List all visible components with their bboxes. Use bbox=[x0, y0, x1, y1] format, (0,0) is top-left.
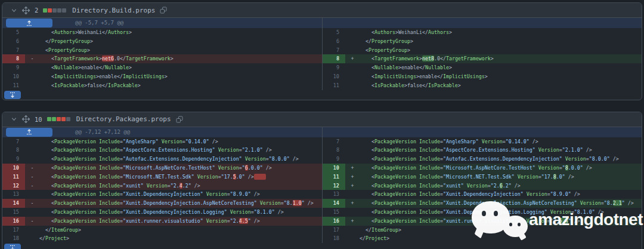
diff-row-right: 11+ <PackageVersion Include="Microsoft.N… bbox=[322, 173, 642, 182]
diff-row-right: 13 <PackageVersion Include="Xunit.Depend… bbox=[322, 190, 642, 199]
diff-marker bbox=[25, 63, 39, 72]
drag-handle-move-icon[interactable] bbox=[22, 115, 30, 123]
line-number[interactable]: 15 bbox=[323, 208, 345, 217]
line-number[interactable]: 7 bbox=[323, 137, 345, 146]
line-number[interactable]: 11 bbox=[323, 173, 345, 182]
split-diff: @@ -5,7 +5,7 @@ 5 <Authors>WeihanLi</Aut… bbox=[2, 18, 642, 100]
line-number[interactable]: 10 bbox=[2, 164, 25, 173]
code-line: <PropertyGroup> bbox=[39, 46, 322, 55]
line-number[interactable]: 6 bbox=[2, 37, 25, 46]
code-line: <PackageVersion Include="Microsoft.NET.T… bbox=[39, 173, 322, 182]
line-number[interactable]: 14 bbox=[2, 199, 25, 208]
diff-marker: + bbox=[345, 217, 360, 226]
line-number[interactable]: 15 bbox=[2, 208, 25, 217]
line-number[interactable]: 11 bbox=[2, 81, 25, 90]
line-number[interactable]: 13 bbox=[2, 190, 25, 199]
line-number[interactable]: 8 bbox=[2, 146, 25, 155]
diff-row-left: 10 <ImplicitUsings>enable</ImplicitUsing… bbox=[2, 72, 322, 81]
line-number[interactable]: 12 bbox=[2, 182, 25, 190]
diff-row: 8 <PackageVersion Include="AspectCore.Ex… bbox=[2, 146, 642, 155]
diffstat-block-neutral bbox=[66, 117, 70, 121]
line-number[interactable]: 9 bbox=[323, 63, 345, 72]
line-number[interactable]: 6 bbox=[323, 37, 345, 46]
line-number[interactable]: 9 bbox=[2, 155, 25, 164]
line-number[interactable]: 10 bbox=[323, 72, 345, 81]
diff-marker bbox=[25, 226, 39, 235]
line-number[interactable]: 7 bbox=[2, 137, 25, 146]
code-line: <PackageVersion Include="Autofac.Extensi… bbox=[39, 155, 322, 164]
diffstat-block-add bbox=[43, 8, 47, 13]
line-number[interactable]: 8 bbox=[2, 54, 25, 63]
chevron-down-icon[interactable] bbox=[11, 116, 17, 122]
diff-marker bbox=[345, 137, 360, 146]
diff-row-right: 7 <PropertyGroup> bbox=[322, 46, 642, 55]
code-line: <PropertyGroup> bbox=[360, 46, 642, 55]
copy-path-icon[interactable] bbox=[176, 116, 183, 123]
diff-row-right: 9 <Nullable>enable</Nullable> bbox=[322, 63, 642, 72]
line-number[interactable]: 9 bbox=[2, 63, 25, 72]
line-number[interactable]: 13 bbox=[323, 190, 345, 199]
diff-row-right: 8 <PackageVersion Include="AspectCore.Ex… bbox=[322, 146, 642, 155]
line-number[interactable]: 14 bbox=[323, 199, 345, 208]
diff-row: 10 <ImplicitUsings>enable</ImplicitUsing… bbox=[2, 72, 642, 81]
code-line: <PackageVersion Include="AngleSharp" Ver… bbox=[39, 137, 322, 146]
code-line: <PackageVersion Include="Xunit.Dependenc… bbox=[39, 190, 322, 199]
wechat-small-bubble bbox=[503, 216, 528, 237]
line-number[interactable]: 8 bbox=[323, 54, 345, 63]
line-number[interactable]: 16 bbox=[323, 217, 345, 226]
file-name[interactable]: Directory.Build.props bbox=[72, 7, 155, 14]
diff-row-left: 11- <PackageVersion Include="Microsoft.N… bbox=[2, 173, 322, 182]
diff-row: 9 <PackageVersion Include="Autofac.Exten… bbox=[2, 155, 642, 164]
diff-row: 9 <Nullable>enable</Nullable>9 <Nullable… bbox=[2, 63, 642, 72]
diffstat-block-del bbox=[48, 8, 52, 13]
diff-row: 6 </PropertyGroup>6 </PropertyGroup> bbox=[2, 37, 642, 46]
line-number[interactable]: 16 bbox=[2, 217, 25, 226]
code-line: <PackageVersion Include="AspectCore.Exte… bbox=[360, 146, 642, 155]
code-line: </ItemGroup> bbox=[39, 226, 322, 235]
expand-bottom-left bbox=[2, 90, 322, 100]
expand-down-button[interactable] bbox=[4, 91, 21, 99]
code-line: <Nullable>enable</Nullable> bbox=[360, 63, 642, 72]
expand-up-button[interactable] bbox=[6, 128, 52, 137]
diffstat-block-neutral bbox=[57, 8, 61, 13]
line-number[interactable]: 11 bbox=[323, 81, 345, 90]
line-number[interactable]: 18 bbox=[2, 234, 25, 243]
diff-marker: - bbox=[25, 217, 39, 226]
file-name[interactable]: Directory.Packages.props bbox=[76, 115, 171, 123]
chevron-down-icon[interactable] bbox=[11, 7, 17, 14]
line-number[interactable]: 7 bbox=[323, 46, 345, 55]
line-number[interactable]: 9 bbox=[323, 155, 345, 164]
code-line: <PackageVersion Include="Xunit.Dependenc… bbox=[39, 199, 322, 208]
diff-marker bbox=[25, 208, 39, 217]
expand-up-button[interactable] bbox=[6, 19, 52, 27]
diff-marker: + bbox=[345, 54, 360, 63]
line-number[interactable]: 18 bbox=[323, 234, 345, 243]
expand-down-button[interactable] bbox=[4, 244, 21, 249]
line-number[interactable]: 10 bbox=[2, 72, 25, 81]
diff-marker bbox=[25, 81, 39, 90]
diff-row-left: 18</Project> bbox=[2, 234, 322, 243]
changes-count: 2 bbox=[35, 7, 38, 14]
diff-page: 2 Directory.Build.props bbox=[0, 0, 644, 249]
line-number[interactable]: 11 bbox=[2, 173, 25, 182]
diff-marker bbox=[25, 28, 39, 37]
diff-marker bbox=[345, 63, 360, 72]
diff-row-right: 5 <Authors>WeihanLi</Authors> bbox=[322, 28, 642, 37]
line-number[interactable]: 12 bbox=[323, 182, 345, 190]
line-number[interactable]: 8 bbox=[323, 146, 345, 155]
line-number[interactable]: 5 bbox=[2, 28, 25, 37]
line-number[interactable]: 10 bbox=[323, 164, 345, 173]
line-number[interactable]: 5 bbox=[323, 28, 345, 37]
diff-row-left: 6 </PropertyGroup> bbox=[2, 37, 322, 46]
diff-marker bbox=[25, 137, 39, 146]
drag-handle-move-icon[interactable] bbox=[22, 7, 30, 14]
diff-marker bbox=[25, 46, 39, 55]
code-line: <PackageVersion Include="AngleSharp" Ver… bbox=[360, 137, 642, 146]
line-number[interactable]: 17 bbox=[2, 226, 25, 235]
hunk-header-left: @@ -5,7 +5,7 @@ bbox=[2, 18, 322, 28]
line-number[interactable]: 7 bbox=[2, 46, 25, 55]
line-number[interactable]: 17 bbox=[323, 226, 345, 235]
copy-path-icon[interactable] bbox=[160, 7, 167, 14]
code-line: <PackageVersion Include="Microsoft.NET.T… bbox=[360, 173, 642, 182]
diff-marker bbox=[345, 37, 360, 46]
